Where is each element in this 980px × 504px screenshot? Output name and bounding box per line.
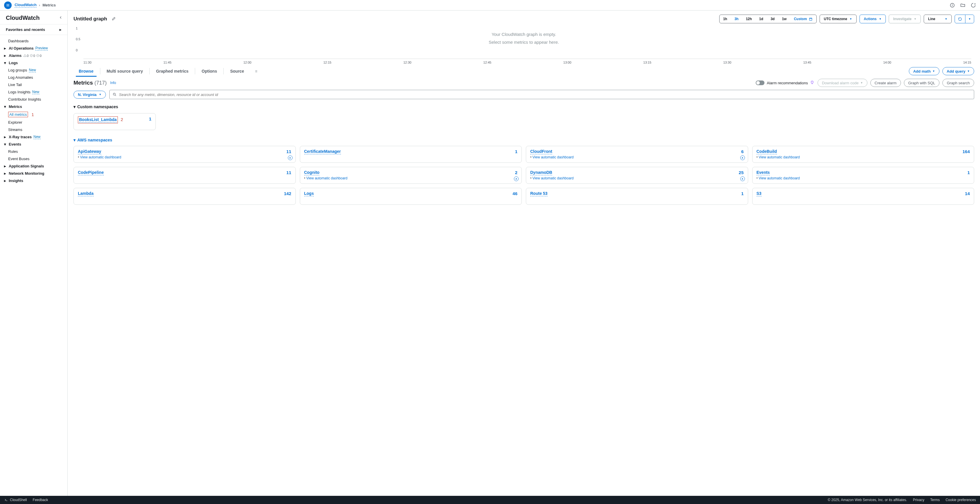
aws-namespaces-section: ▾ AWS namespaces ApiGateway11View automa…	[68, 136, 980, 211]
sidebar-group-alarms[interactable]: ▸ Alarms 0 0 0	[0, 52, 67, 59]
namespace-count: 164	[963, 149, 970, 154]
namespace-card-cognito[interactable]: Cognito2View automatic dashboard	[300, 167, 522, 184]
compass-icon	[740, 176, 745, 181]
sidebar-item-dashboards[interactable]: Dashboards	[0, 37, 67, 45]
sidebar-collapse-button[interactable]	[59, 16, 63, 21]
tab-browse[interactable]: Browse	[73, 66, 99, 76]
sidebar-item-explorer[interactable]: Explorer	[0, 119, 67, 126]
namespace-card-route-53[interactable]: Route 531	[526, 188, 748, 205]
namespace-title: Cognito	[304, 170, 320, 175]
refresh-interval-dropdown[interactable]: ▼	[966, 15, 974, 23]
namespace-card-events[interactable]: Events1View automatic dashboard	[752, 167, 974, 184]
namespace-card-cloudfront[interactable]: CloudFront6View automatic dashboard	[526, 146, 748, 163]
sidebar-group-logs[interactable]: ▾ Logs	[0, 59, 67, 67]
view-dashboard-link[interactable]: View automatic dashboard	[78, 155, 291, 159]
caret-down-icon: ▼	[932, 70, 935, 73]
favorites-and-recents[interactable]: Favorites and recents ▸	[0, 24, 67, 35]
x-axis: 11:3011:4512:0012:1512:3012:4513:0013:15…	[83, 60, 971, 64]
tab-multi-source[interactable]: Multi source query	[102, 66, 148, 76]
namespace-card-codepipeline[interactable]: CodePipeline11	[73, 167, 296, 184]
namespace-card-lambda[interactable]: Lambda142	[73, 188, 296, 205]
sidebar-item-contributor-insights[interactable]: Contributor Insights	[0, 96, 67, 103]
sidebar-item-log-anomalies[interactable]: Log Anomalies	[0, 74, 67, 81]
graph-toolbar: Untitled graph 1h3h12h1d3d1wCustom UTC t…	[68, 11, 980, 25]
caret-right-icon: ▸	[4, 53, 7, 58]
namespace-card-apigateway[interactable]: ApiGateway11View automatic dashboard	[73, 146, 296, 163]
time-range-1d[interactable]: 1d	[756, 15, 767, 23]
sidebar-group-metrics[interactable]: ▾ Metrics	[0, 103, 67, 110]
breadcrumb-service[interactable]: CloudWatch	[14, 3, 37, 8]
compass-icon	[288, 156, 293, 160]
add-math-button[interactable]: Add math▼	[909, 67, 939, 75]
namespace-card-codebuild[interactable]: CodeBuild164View automatic dashboard	[752, 146, 974, 163]
sidebar-group-events[interactable]: ▾ Events	[0, 141, 67, 148]
time-range-3h[interactable]: 3h	[731, 15, 742, 23]
chart-type-dropdown[interactable]: Line ▼	[924, 14, 952, 23]
x-tick: 11:30	[83, 60, 92, 64]
breadcrumb: CloudWatch › Metrics	[14, 3, 56, 8]
graph-with-sql-button[interactable]: Graph with SQL	[904, 79, 940, 87]
toggle-switch[interactable]	[756, 81, 764, 85]
timezone-dropdown[interactable]: UTC timezone ▼	[819, 14, 857, 23]
view-dashboard-link[interactable]: View automatic dashboard	[757, 176, 970, 180]
edit-title-button[interactable]	[112, 17, 116, 22]
namespace-card-logs[interactable]: Logs46	[300, 188, 522, 205]
namespace-card-certificatemanager[interactable]: CertificateManager1	[300, 146, 522, 163]
namespace-count: 1	[967, 170, 970, 175]
namespace-title: CertificateManager	[304, 149, 341, 154]
menu-toggle-button[interactable]	[4, 2, 12, 9]
view-dashboard-link[interactable]: View automatic dashboard	[530, 155, 744, 159]
sidebar-item-log-groups[interactable]: Log groups New	[0, 67, 67, 74]
namespace-title: Lambda	[78, 191, 94, 196]
namespace-card-bookslist-lambda[interactable]: BooksList_Lambda 2 1	[73, 113, 156, 130]
region-dropdown[interactable]: N. Virginia ▼	[73, 91, 106, 99]
x-tick: 13:00	[563, 60, 571, 64]
aws-namespaces-heading[interactable]: ▾ AWS namespaces	[73, 136, 974, 144]
refresh-settings-icon[interactable]	[970, 3, 976, 8]
caret-right-icon: ▸	[4, 135, 7, 139]
time-range-custom[interactable]: Custom	[791, 15, 816, 23]
folder-icon[interactable]	[960, 3, 966, 8]
add-query-button[interactable]: Add query▼	[942, 67, 974, 75]
actions-dropdown[interactable]: Actions ▼	[859, 14, 886, 23]
namespace-card-s3[interactable]: S314	[752, 188, 974, 205]
sidebar-item-streams[interactable]: Streams	[0, 126, 67, 133]
metrics-search-input[interactable]	[119, 92, 971, 97]
sidebar-item-event-buses[interactable]: Event Buses	[0, 155, 67, 162]
alarm-recommendations-toggle[interactable]: Alarm recommendations	[756, 81, 814, 85]
sidebar-item-live-tail[interactable]: Live Tail	[0, 81, 67, 88]
view-dashboard-link[interactable]: View automatic dashboard	[757, 155, 970, 159]
time-range-3d[interactable]: 3d	[767, 15, 778, 23]
sidebar-group-xray[interactable]: ▸ X-Ray traces New	[0, 133, 67, 141]
custom-namespaces-heading[interactable]: ▾ Custom namespaces	[73, 103, 974, 111]
time-range-1h[interactable]: 1h	[719, 15, 731, 23]
drag-handle-icon[interactable]: =	[255, 69, 258, 73]
info-icon[interactable]	[950, 3, 955, 8]
sidebar-item-all-metrics[interactable]: All metrics 1	[0, 110, 67, 119]
metrics-search-box[interactable]	[110, 90, 974, 99]
svg-point-7	[30, 54, 33, 57]
refresh-button[interactable]	[955, 15, 966, 23]
create-alarm-button[interactable]: Create alarm	[870, 79, 901, 87]
breadcrumb-current: Metrics	[43, 3, 56, 7]
view-dashboard-link[interactable]: View automatic dashboard	[304, 176, 518, 180]
sidebar-group-insights[interactable]: ▸ Insights	[0, 177, 67, 184]
chevron-right-icon: ▸	[59, 27, 62, 32]
namespace-card-dynamodb[interactable]: DynamoDB25View automatic dashboard	[526, 167, 748, 184]
time-range-1w[interactable]: 1w	[778, 15, 791, 23]
x-tick: 13:45	[803, 60, 811, 64]
view-dashboard-link[interactable]: View automatic dashboard	[530, 176, 744, 180]
info-link[interactable]: Info	[110, 81, 116, 85]
caret-right-icon: ▸	[4, 46, 7, 51]
tab-graphed-metrics[interactable]: Graphed metrics	[151, 66, 194, 76]
sidebar-item-rules[interactable]: Rules	[0, 148, 67, 155]
time-range-12h[interactable]: 12h	[742, 15, 756, 23]
sidebar-group-network-monitoring[interactable]: ▸ Network Monitoring	[0, 170, 67, 177]
sidebar-group-application-signals[interactable]: ▸ Application Signals	[0, 162, 67, 170]
tab-options[interactable]: Options	[196, 66, 222, 76]
graph-search-button[interactable]: Graph search	[942, 79, 974, 87]
sidebar-item-logs-insights[interactable]: Logs Insights New	[0, 88, 67, 96]
y-tick: 1	[76, 27, 78, 30]
tab-source[interactable]: Source	[225, 66, 249, 76]
sidebar-group-ai-operations[interactable]: ▸ AI Operations Preview	[0, 45, 67, 52]
